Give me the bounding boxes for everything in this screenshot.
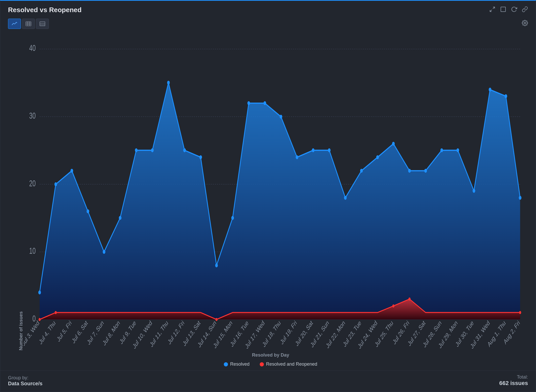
resolved-dot-20 bbox=[360, 169, 363, 173]
resolved-dot-23 bbox=[408, 169, 411, 173]
resolved-dot-26 bbox=[456, 148, 459, 152]
legend-dot-reopened bbox=[260, 362, 264, 366]
legend-dot-resolved bbox=[224, 362, 228, 366]
reopened-dot-22 bbox=[392, 304, 394, 308]
expand-icon[interactable] bbox=[489, 6, 495, 14]
resolved-dot-27 bbox=[473, 189, 475, 193]
legend-item-resolved: Resolved bbox=[224, 362, 249, 367]
resolved-dot-15 bbox=[280, 115, 282, 119]
group-by-label: Group by: bbox=[8, 375, 28, 380]
svg-text:Jul 8, Mon: Jul 8, Mon bbox=[102, 319, 121, 347]
reopened-dot-11 bbox=[216, 318, 218, 321]
view-buttons bbox=[8, 19, 49, 29]
legend-label-reopened: Resolved and Reopened bbox=[266, 362, 317, 367]
resolved-dot-8 bbox=[167, 81, 170, 84]
resolved-dot-2 bbox=[71, 169, 73, 173]
resolved-dot-25 bbox=[440, 148, 443, 152]
group-by-value: Data Source/s bbox=[8, 381, 42, 387]
reopened-dot-1 bbox=[55, 311, 57, 314]
x-axis-label: Resolved by Day bbox=[16, 350, 525, 359]
legend-label-resolved: Resolved bbox=[230, 362, 249, 367]
svg-text:40: 40 bbox=[29, 43, 36, 53]
resolved-dot-13 bbox=[247, 101, 250, 105]
x-axis: Jul 3, Wed Jul 4, Thu Jul 5, Fri Jul 6, … bbox=[24, 319, 521, 350]
header-icons bbox=[489, 6, 528, 14]
resolved-dot-12 bbox=[231, 216, 234, 220]
chart-wrapper: Number of issues bbox=[16, 34, 525, 350]
svg-rect-9 bbox=[40, 22, 45, 26]
widget-footer: Group by: Data Source/s Total: 662 issue… bbox=[0, 371, 536, 392]
resolved-dot-19 bbox=[344, 196, 347, 200]
toolbar bbox=[0, 17, 536, 31]
main-chart-svg: 0 10 20 30 40 bbox=[24, 34, 525, 350]
link-icon[interactable] bbox=[522, 6, 528, 14]
svg-rect-3 bbox=[12, 25, 17, 26]
fullscreen-icon[interactable] bbox=[500, 6, 506, 14]
svg-rect-4 bbox=[26, 22, 31, 26]
chart-view-button[interactable] bbox=[8, 19, 21, 29]
table-view-button[interactable] bbox=[22, 19, 35, 29]
resolved-dot-10 bbox=[199, 155, 202, 159]
reopened-dot-30 bbox=[519, 311, 521, 314]
widget-title: Resolved vs Reopened bbox=[8, 6, 82, 14]
resolved-dot-9 bbox=[183, 148, 186, 152]
resolved-dot-11 bbox=[215, 264, 218, 267]
resolved-dot-14 bbox=[264, 101, 266, 105]
settings-icon[interactable] bbox=[522, 20, 528, 28]
resolved-dot-22 bbox=[392, 142, 395, 146]
total-label: Total: bbox=[517, 374, 528, 380]
resolved-dot-21 bbox=[376, 155, 379, 159]
resolved-dot-28 bbox=[489, 88, 491, 91]
svg-text:20: 20 bbox=[29, 179, 36, 188]
x-label-0: Jul 3, Wed bbox=[24, 319, 40, 348]
resolved-dot-5 bbox=[119, 216, 121, 220]
y-axis-label: Number of issues bbox=[16, 34, 24, 350]
total-value: 662 issues bbox=[499, 380, 528, 387]
reopened-dot-0 bbox=[39, 318, 41, 321]
resolved-dot-17 bbox=[312, 148, 315, 152]
resolved-dot-6 bbox=[135, 148, 137, 152]
resolved-dot-30 bbox=[519, 196, 521, 200]
resolved-dot-0 bbox=[38, 290, 41, 294]
svg-point-12 bbox=[524, 22, 526, 24]
grid-view-button[interactable] bbox=[36, 19, 49, 29]
svg-line-1 bbox=[490, 10, 492, 12]
total: Total: 662 issues bbox=[499, 374, 528, 387]
group-by: Group by: Data Source/s bbox=[8, 375, 42, 387]
legend: Resolved Resolved and Reopened bbox=[16, 359, 525, 371]
refresh-icon[interactable] bbox=[511, 6, 517, 14]
widget-header: Resolved vs Reopened bbox=[0, 1, 536, 17]
resolved-dot-1 bbox=[55, 182, 57, 186]
resolved-dot-24 bbox=[424, 169, 427, 173]
svg-rect-2 bbox=[501, 7, 506, 12]
resolved-dot-29 bbox=[504, 94, 507, 98]
resolved-area bbox=[40, 83, 520, 320]
widget-container: Resolved vs Reopened bbox=[0, 0, 536, 392]
svg-text:Jul 3, Wed: Jul 3, Wed bbox=[24, 319, 40, 348]
resolved-dot-4 bbox=[103, 250, 105, 254]
svg-text:Jul 5, Fri: Jul 5, Fri bbox=[56, 319, 72, 343]
resolved-dot-16 bbox=[296, 155, 298, 159]
svg-line-0 bbox=[493, 7, 495, 9]
resolved-dot-7 bbox=[151, 148, 154, 152]
resolved-dot-3 bbox=[87, 209, 89, 213]
chart-area: Number of issues bbox=[0, 31, 536, 371]
svg-text:Jul 4, Thu: Jul 4, Thu bbox=[38, 319, 56, 346]
reopened-dot-23 bbox=[408, 297, 410, 301]
resolved-dot-18 bbox=[328, 148, 331, 152]
svg-text:10: 10 bbox=[29, 246, 36, 256]
svg-text:30: 30 bbox=[29, 111, 36, 120]
chart-inner: 0 10 20 30 40 bbox=[24, 34, 525, 350]
legend-item-reopened: Resolved and Reopened bbox=[260, 362, 317, 367]
